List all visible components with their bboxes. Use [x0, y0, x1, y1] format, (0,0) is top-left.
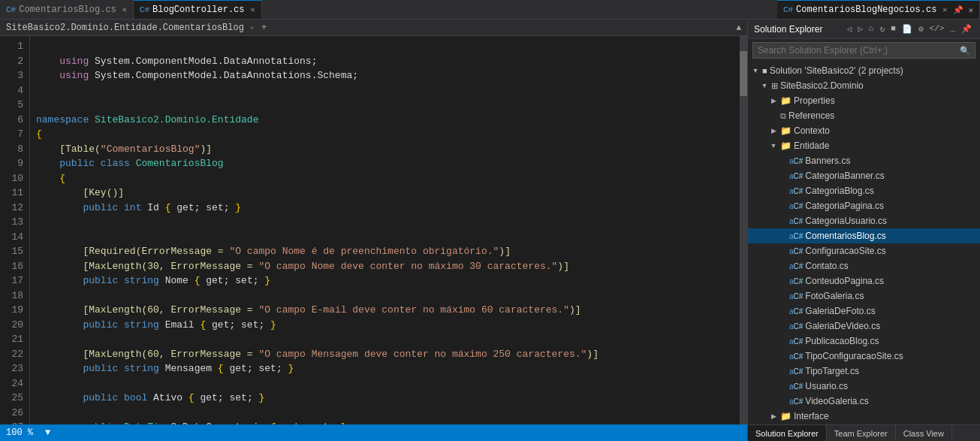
se-tree-item-8[interactable]: aC#CategoriaBlog.cs — [748, 183, 980, 198]
se-item-label-22: VideoGaleria.cs — [805, 396, 869, 406]
se-tree: ▼■Solution 'SiteBasico2' (2 projects)▼⊞S… — [748, 62, 980, 424]
se-tree-item-2[interactable]: ▶📁Properties — [748, 93, 980, 108]
tab-close-comentarios[interactable]: ✕ — [122, 5, 127, 14]
se-item-label-5: Entidade — [794, 140, 829, 151]
tab-icon-cs: C# — [6, 5, 16, 14]
se-tree-item-23[interactable]: ▶📁Interface — [748, 409, 980, 424]
se-item-label-13: Contato.cs — [805, 261, 848, 271]
se-tree-item-19[interactable]: aC#TipoConfiguracaoSite.cs — [748, 349, 980, 364]
se-item-label-4: Contexto — [794, 125, 830, 136]
se-item-label-20: TipoTarget.cs — [805, 366, 859, 376]
file-icon-0: ■ — [762, 66, 767, 75]
se-item-label-1: SiteBasico2.Dominio — [780, 80, 864, 91]
se-btn-back[interactable]: ◁ — [845, 23, 855, 35]
file-icon-5: 📁 — [780, 140, 792, 151]
file-icon-4: 📁 — [780, 125, 792, 136]
tab-close-blog[interactable]: ✕ — [250, 5, 255, 14]
se-item-label-17: GaleriaDeVideo.cs — [805, 321, 880, 331]
breadcrumb-add[interactable]: + — [261, 23, 267, 33]
file-icon-23: 📁 — [780, 411, 792, 421]
se-tree-item-15[interactable]: aC#FotoGaleria.cs — [748, 288, 980, 304]
code-editor[interactable]: using System.ComponentModel.DataAnnotati… — [30, 36, 740, 424]
se-tree-item-0[interactable]: ▼■Solution 'SiteBasico2' (2 projects) — [748, 63, 980, 78]
status-bar: 100 % ▼ — [0, 424, 747, 441]
file-icon-18: aC# — [789, 337, 803, 346]
breadcrumb-text: SiteBasico2.Dominio.Entidade.Comentarios… — [6, 23, 244, 33]
se-search-icon: 🔍 — [960, 46, 970, 56]
tab-comentarios-blog[interactable]: C# ComentariosBlog.cs ✕ — [0, 0, 134, 19]
tab-icon-cs3: C# — [783, 5, 793, 14]
se-tree-item-16[interactable]: aC#GaleriaDeFoto.cs — [748, 304, 980, 319]
se-tree-item-7[interactable]: aC#CategoriaBanner.cs — [748, 168, 980, 183]
file-icon-10: aC# — [789, 216, 803, 225]
se-search-input[interactable] — [758, 45, 960, 56]
se-tree-item-22[interactable]: aC#VideoGaleria.cs — [748, 394, 980, 409]
se-tree-item-13[interactable]: aC#Contato.cs — [748, 258, 980, 273]
expand-icon-0: ▼ — [751, 67, 760, 74]
file-icon-19: aC# — [789, 352, 803, 361]
file-icon-16: aC# — [789, 307, 803, 316]
se-item-label-10: CategoriaUsuario.cs — [805, 216, 887, 226]
se-btn-settings[interactable]: ⚙ — [916, 23, 926, 35]
se-item-label-23: Interface — [794, 411, 829, 421]
expand-icon-1: ▼ — [760, 82, 769, 89]
se-item-label-7: CategoriaBanner.cs — [805, 171, 884, 181]
se-item-label-15: FotoGaleria.cs — [805, 291, 864, 301]
tab-close-negocios[interactable]: ✕ — [942, 5, 947, 14]
se-tree-item-20[interactable]: aC#TipoTarget.cs — [748, 364, 980, 379]
se-search-box[interactable]: 🔍 — [752, 42, 975, 59]
expand-icon-5: ▼ — [769, 142, 778, 150]
code-container[interactable]: 1234567891011121314151617181920212223242… — [0, 36, 747, 424]
se-btn-minimize[interactable]: _ — [948, 23, 957, 35]
se-tab-team-explorer[interactable]: Team Explorer — [827, 425, 896, 441]
se-tree-item-12[interactable]: aC#ConfiguracaoSite.cs — [748, 243, 980, 258]
se-tree-item-4[interactable]: ▶📁Contexto — [748, 123, 980, 138]
se-tree-item-14[interactable]: aC#ConteudoPagina.cs — [748, 273, 980, 288]
se-tree-item-10[interactable]: aC#CategoriaUsuario.cs — [748, 213, 980, 228]
scrollbar-thumb[interactable] — [740, 51, 747, 96]
se-tree-item-17[interactable]: aC#GaleriaDeVideo.cs — [748, 319, 980, 334]
close-panel-icon[interactable]: ✕ — [968, 5, 973, 15]
zoom-dropdown[interactable]: ▼ — [45, 427, 50, 438]
expand-icon-4: ▶ — [769, 127, 778, 134]
tab-icon-cs2: C# — [140, 5, 149, 14]
pin-icon[interactable]: 📌 — [953, 5, 963, 15]
breadcrumb-scroll-up[interactable]: ▲ — [736, 23, 741, 32]
vertical-scrollbar[interactable] — [740, 36, 747, 424]
se-btn-stop[interactable]: ■ — [888, 23, 898, 35]
se-btn-forward[interactable]: ▷ — [855, 23, 865, 35]
file-icon-2: 📁 — [780, 95, 792, 106]
se-item-label-2: Properties — [794, 95, 835, 106]
se-btn-pin[interactable]: 📌 — [959, 23, 974, 35]
se-tree-item-18[interactable]: aC#PublicacaoBlog.cs — [748, 334, 980, 349]
se-btn-new[interactable]: 📄 — [900, 23, 915, 35]
se-tab-class-view[interactable]: Class View — [896, 425, 952, 441]
solution-explorer: Solution Explorer ◁ ▷ ⌂ ↻ ■ 📄 ⚙ </> _ 📌 … — [747, 20, 980, 441]
breadcrumb-sep: ▸ — [250, 22, 255, 33]
tab-label-blog: BlogController.cs — [152, 5, 244, 15]
se-item-label-19: TipoConfiguracaoSite.cs — [805, 351, 903, 361]
se-tree-item-5[interactable]: ▼📁Entidade — [748, 138, 980, 153]
breadcrumb-bar: SiteBasico2.Dominio.Entidade.Comentarios… — [0, 20, 747, 36]
tab-comentarios-negocios[interactable]: C# ComentariosBlogNegocios.cs ✕ 📌 ✕ — [777, 0, 980, 19]
se-item-label-3: References — [789, 110, 834, 121]
se-item-label-11: ComentariosBlog.cs — [805, 231, 885, 241]
se-tree-item-11[interactable]: aC#ComentariosBlog.cs — [748, 228, 980, 243]
se-item-label-0: Solution 'SiteBasico2' (2 projects) — [770, 65, 903, 76]
se-btn-home[interactable]: ⌂ — [867, 23, 876, 35]
se-tree-item-9[interactable]: aC#CategoriaPagina.cs — [748, 198, 980, 213]
tab-bar: C# ComentariosBlog.cs ✕ C# BlogControlle… — [0, 0, 980, 20]
se-btn-code[interactable]: </> — [927, 23, 947, 35]
se-tree-item-21[interactable]: aC#Usuario.cs — [748, 379, 980, 394]
file-icon-20: aC# — [789, 367, 803, 376]
tab-blog-controller[interactable]: C# BlogController.cs ✕ — [134, 0, 262, 19]
se-tree-item-6[interactable]: aC#Banners.cs — [748, 153, 980, 168]
se-tree-item-3[interactable]: ⧉References — [748, 108, 980, 123]
se-btn-refresh[interactable]: ↻ — [878, 23, 888, 35]
se-title: Solution Explorer — [754, 24, 822, 35]
tab-label-comentarios: ComentariosBlog.cs — [19, 5, 116, 15]
file-icon-1: ⊞ — [771, 81, 778, 91]
se-tab-solution-explorer[interactable]: Solution Explorer — [748, 425, 827, 441]
line-numbers: 1234567891011121314151617181920212223242… — [0, 36, 30, 424]
se-tree-item-1[interactable]: ▼⊞SiteBasico2.Dominio — [748, 78, 980, 93]
